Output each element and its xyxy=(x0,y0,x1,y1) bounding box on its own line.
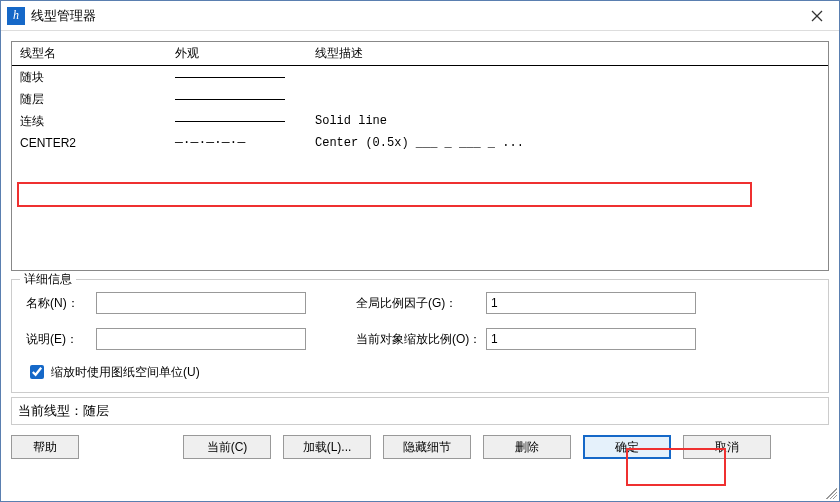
titlebar: h 线型管理器 xyxy=(1,1,839,31)
window-title: 线型管理器 xyxy=(31,7,795,25)
list-row[interactable]: CENTER2 —·—·—·—·— Center (0.5x) ___ _ __… xyxy=(12,132,828,154)
object-scale-label: 当前对象缩放比例(O)： xyxy=(326,331,486,348)
current-linetype-value: 随层 xyxy=(83,403,109,418)
paperspace-checkbox[interactable] xyxy=(30,365,44,379)
help-button[interactable]: 帮助 xyxy=(11,435,79,459)
row-appearance: —·—·—·—·— xyxy=(175,136,315,150)
row-appearance xyxy=(175,92,315,106)
global-scale-input[interactable] xyxy=(486,292,696,314)
name-input[interactable] xyxy=(96,292,306,314)
hide-details-button[interactable]: 隐藏细节 xyxy=(383,435,471,459)
row-name: 连续 xyxy=(20,113,175,130)
ok-button[interactable]: 确定 xyxy=(583,435,671,459)
close-button[interactable] xyxy=(795,1,839,30)
list-row[interactable]: 随块 xyxy=(12,66,828,88)
close-icon xyxy=(811,10,823,22)
global-scale-label: 全局比例因子(G)： xyxy=(326,295,486,312)
desc-input[interactable] xyxy=(96,328,306,350)
current-linetype-label: 当前线型： xyxy=(18,403,83,418)
paperspace-label: 缩放时使用图纸空间单位(U) xyxy=(51,364,200,381)
content-area: 线型名 外观 线型描述 随块 随层 连续 xyxy=(1,31,839,501)
row-name: CENTER2 xyxy=(20,136,175,150)
header-name[interactable]: 线型名 xyxy=(20,45,175,62)
paperspace-row: 缩放时使用图纸空间单位(U) xyxy=(26,362,814,382)
solid-line-icon xyxy=(175,114,285,128)
details-form: 名称(N)： 全局比例因子(G)： 说明(E)： 当前对象缩放比例(O)： xyxy=(26,292,814,350)
list-header: 线型名 外观 线型描述 xyxy=(12,42,828,66)
row-name: 随块 xyxy=(20,69,175,86)
solid-line-icon xyxy=(175,70,285,84)
row-appearance xyxy=(175,70,315,84)
linetype-list[interactable]: 线型名 外观 线型描述 随块 随层 连续 xyxy=(11,41,829,271)
row-desc: Solid line xyxy=(315,114,820,128)
delete-button[interactable]: 删除 xyxy=(483,435,571,459)
app-icon: h xyxy=(7,7,25,25)
linetype-manager-window: h 线型管理器 线型名 外观 线型描述 随块 随层 xyxy=(0,0,840,502)
details-group: 详细信息 名称(N)： 全局比例因子(G)： 说明(E)： 当前对象缩放比例(O… xyxy=(11,279,829,393)
desc-label: 说明(E)： xyxy=(26,331,96,348)
row-desc: Center (0.5x) ___ _ ___ _ ... xyxy=(315,136,820,150)
list-row[interactable]: 连续 Solid line xyxy=(12,110,828,132)
resize-grip[interactable] xyxy=(823,485,837,499)
details-legend: 详细信息 xyxy=(20,271,76,288)
current-button[interactable]: 当前(C) xyxy=(183,435,271,459)
current-linetype-box: 当前线型：随层 xyxy=(11,397,829,425)
name-label: 名称(N)： xyxy=(26,295,96,312)
header-desc[interactable]: 线型描述 xyxy=(315,45,820,62)
object-scale-input[interactable] xyxy=(486,328,696,350)
load-button[interactable]: 加载(L)... xyxy=(283,435,371,459)
header-appearance[interactable]: 外观 xyxy=(175,45,315,62)
row-appearance xyxy=(175,114,315,128)
row-name: 随层 xyxy=(20,91,175,108)
button-row: 帮助 当前(C) 加载(L)... 隐藏细节 删除 确定 取消 xyxy=(11,425,829,459)
cancel-button[interactable]: 取消 xyxy=(683,435,771,459)
list-row[interactable]: 随层 xyxy=(12,88,828,110)
center-line-icon: —·—·—·—·— xyxy=(175,136,285,150)
solid-line-icon xyxy=(175,92,285,106)
